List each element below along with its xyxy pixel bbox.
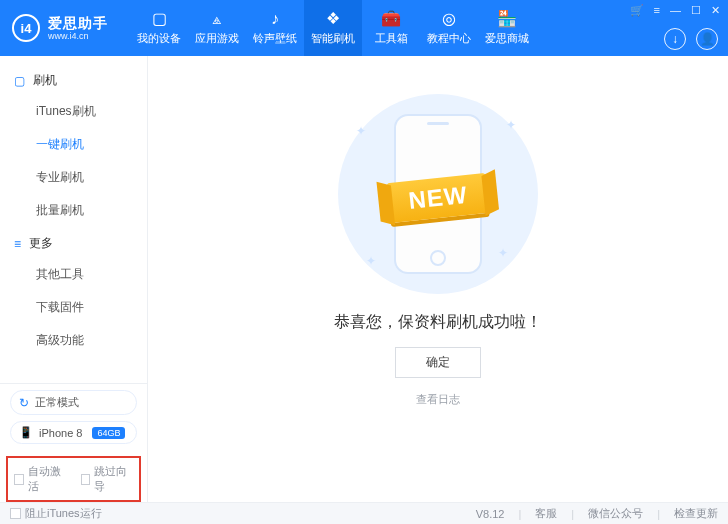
sidebar-group-label: 更多 — [29, 235, 53, 252]
nav-label: 爱思商城 — [485, 31, 529, 46]
prevent-itunes-checkbox[interactable]: 阻止iTunes运行 — [10, 506, 102, 521]
maximize-icon[interactable]: ☐ — [691, 4, 701, 17]
support-link[interactable]: 客服 — [535, 506, 557, 521]
nav-0[interactable]: ▢我的设备 — [130, 0, 188, 56]
minimize-icon[interactable]: — — [670, 4, 681, 17]
sidebar-item[interactable]: 下载固件 — [0, 291, 147, 324]
nav-icon: ❖ — [326, 11, 340, 27]
top-nav: ▢我的设备⟁应用游戏♪铃声壁纸❖智能刷机🧰工具箱◎教程中心🏪爱思商城 — [130, 0, 536, 56]
phone-icon: 📱 — [19, 426, 33, 439]
mode-label: 正常模式 — [35, 395, 79, 410]
main-panel: ✦ ✦ ✦ ✦ NEW 恭喜您，保资料刷机成功啦！ 确定 查看日志 — [148, 56, 728, 502]
square-icon: ▢ — [14, 74, 25, 88]
nav-icon: ♪ — [271, 11, 279, 27]
auto-activate-label: 自动激活 — [28, 464, 67, 494]
storage-badge: 64GB — [92, 427, 125, 439]
nav-icon: ⟁ — [212, 11, 222, 27]
success-message: 恭喜您，保资料刷机成功啦！ — [334, 312, 542, 333]
nav-icon: 🧰 — [381, 11, 401, 27]
sidebar-item[interactable]: 批量刷机 — [0, 194, 147, 227]
device-chip[interactable]: 📱 iPhone 8 64GB — [10, 421, 137, 444]
sidebar: ▢ 刷机 iTunes刷机一键刷机专业刷机批量刷机 ≡ 更多 其他工具下载固件高… — [0, 56, 148, 502]
nav-label: 铃声壁纸 — [253, 31, 297, 46]
refresh-icon: ↻ — [19, 396, 29, 410]
nav-icon: ◎ — [442, 11, 456, 27]
checkbox-icon — [10, 508, 21, 519]
sidebar-group-flash: ▢ 刷机 — [0, 64, 147, 95]
bottom-options-highlight: 自动激活 跳过向导 — [6, 456, 141, 502]
wechat-link[interactable]: 微信公众号 — [588, 506, 643, 521]
nav-label: 教程中心 — [427, 31, 471, 46]
nav-6[interactable]: 🏪爱思商城 — [478, 0, 536, 56]
user-button[interactable]: 👤 — [696, 28, 718, 50]
check-update-link[interactable]: 检查更新 — [674, 506, 718, 521]
sidebar-item[interactable]: 一键刷机 — [0, 128, 147, 161]
sidebar-group-label: 刷机 — [33, 72, 57, 89]
confirm-button[interactable]: 确定 — [395, 347, 481, 378]
download-button[interactable]: ↓ — [664, 28, 686, 50]
skip-guide-checkbox[interactable]: 跳过向导 — [81, 464, 134, 494]
sidebar-item[interactable]: iTunes刷机 — [0, 95, 147, 128]
sidebar-item[interactable]: 专业刷机 — [0, 161, 147, 194]
sidebar-bottom: ↻ 正常模式 📱 iPhone 8 64GB — [0, 383, 147, 450]
top-bar: i4 爱思助手 www.i4.cn ▢我的设备⟁应用游戏♪铃声壁纸❖智能刷机🧰工… — [0, 0, 728, 56]
app-title: 爱思助手 — [48, 16, 108, 30]
nav-label: 智能刷机 — [311, 31, 355, 46]
nav-3[interactable]: ❖智能刷机 — [304, 0, 362, 56]
mode-chip[interactable]: ↻ 正常模式 — [10, 390, 137, 415]
device-name: iPhone 8 — [39, 427, 82, 439]
view-log-link[interactable]: 查看日志 — [416, 392, 460, 407]
nav-5[interactable]: ◎教程中心 — [420, 0, 478, 56]
logo-mark-icon: i4 — [12, 14, 40, 42]
status-bar: 阻止iTunes运行 V8.12 | 客服 | 微信公众号 | 检查更新 — [0, 502, 728, 524]
nav-label: 工具箱 — [375, 31, 408, 46]
nav-2[interactable]: ♪铃声壁纸 — [246, 0, 304, 56]
sidebar-item[interactable]: 高级功能 — [0, 324, 147, 357]
skip-guide-label: 跳过向导 — [94, 464, 133, 494]
nav-label: 应用游戏 — [195, 31, 239, 46]
prevent-itunes-label: 阻止iTunes运行 — [25, 506, 102, 521]
sidebar-group-more: ≡ 更多 — [0, 227, 147, 258]
nav-1[interactable]: ⟁应用游戏 — [188, 0, 246, 56]
version-label: V8.12 — [476, 508, 505, 520]
auto-activate-checkbox[interactable]: 自动激活 — [14, 464, 67, 494]
nav-4[interactable]: 🧰工具箱 — [362, 0, 420, 56]
app-url: www.i4.cn — [48, 32, 108, 41]
nav-label: 我的设备 — [137, 31, 181, 46]
nav-icon: ▢ — [152, 11, 167, 27]
menu-icon[interactable]: ≡ — [654, 4, 660, 17]
checkbox-icon — [81, 474, 91, 485]
app-logo: i4 爱思助手 www.i4.cn — [0, 14, 120, 42]
cart-icon[interactable]: 🛒 — [630, 4, 644, 17]
list-icon: ≡ — [14, 237, 21, 251]
window-controls: 🛒 ≡ — ☐ ✕ — [630, 4, 720, 17]
close-icon[interactable]: ✕ — [711, 4, 720, 17]
checkbox-icon — [14, 474, 24, 485]
success-illustration: ✦ ✦ ✦ ✦ NEW — [338, 94, 538, 294]
nav-icon: 🏪 — [497, 11, 517, 27]
sidebar-item[interactable]: 其他工具 — [0, 258, 147, 291]
